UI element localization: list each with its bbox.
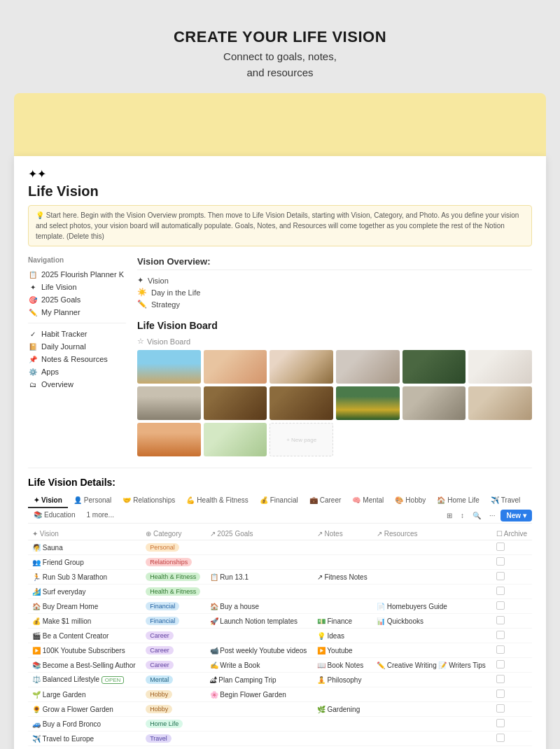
archive-cell[interactable]	[492, 614, 533, 629]
goals-cell[interactable]: 🏕 Plan Camping Trip	[206, 673, 313, 687]
tab-travel[interactable]: ✈️ Travel	[485, 493, 526, 508]
archive-cell[interactable]	[492, 570, 533, 584]
archive-cell[interactable]	[492, 702, 533, 717]
tab-personal[interactable]: 👤 Personal	[68, 493, 117, 508]
star-icon: ☆	[137, 337, 144, 346]
notes-cell[interactable]: ↗ Fitness Notes	[313, 570, 372, 584]
tab-mental[interactable]: 🧠 Mental	[346, 493, 389, 508]
archive-cell[interactable]	[492, 643, 533, 658]
category-cell[interactable]: Hobby	[141, 702, 205, 717]
vision-cell[interactable]: 💰 Make $1 million	[28, 614, 141, 629]
tab-financial[interactable]: 💰 Financial	[254, 493, 304, 508]
category-cell[interactable]: Relationships	[141, 555, 205, 570]
table-row: ▶️ 100K Youtube Subscribers Career 📹 Pos…	[28, 643, 532, 658]
tab-education[interactable]: 📚 Education	[28, 508, 80, 523]
sidebar-item-apps[interactable]: ⚙️ Apps	[28, 365, 126, 378]
filter-icon[interactable]: ⊞	[444, 510, 455, 521]
notes-cell[interactable]: ▶️ Youtube	[313, 643, 372, 658]
notes-cell[interactable]: 💵 Finance	[313, 614, 372, 629]
notes-cell[interactable]: 📖 Book Notes	[313, 658, 372, 673]
archive-cell[interactable]	[492, 732, 533, 746]
table-row: 🎬 Be a Content Creator Career 💡 Ideas	[28, 629, 532, 643]
vision-cell[interactable]: 📚 Become a Best-Selling Author	[28, 658, 141, 673]
archive-cell[interactable]	[492, 658, 533, 673]
more-options-icon[interactable]: ···	[486, 510, 498, 521]
overview-strategy[interactable]: ✏️ Strategy	[137, 298, 532, 310]
sidebar-item-habit[interactable]: ✓ Habit Tracker	[28, 328, 126, 340]
tab-hobby[interactable]: 🎨 Hobby	[389, 493, 431, 508]
vision-cell[interactable]: ✈️ Travel to Europe	[28, 732, 141, 746]
vision-cell[interactable]: 🌱 Large Garden	[28, 687, 141, 702]
goals-cell[interactable]: ✍️ Write a Book	[206, 658, 313, 673]
archive-cell[interactable]	[492, 584, 533, 599]
new-button[interactable]: New ▾	[500, 510, 532, 522]
sidebar-item-overview[interactable]: 🗂 Overview	[28, 378, 126, 391]
category-cell[interactable]: Travel	[141, 732, 205, 746]
goals-cell[interactable]: 🌸 Begin Flower Garden	[206, 687, 313, 702]
tab-health[interactable]: 💪 Health & Fitness	[181, 493, 253, 508]
goals-cell[interactable]: 🚀 Launch Notion templates	[206, 614, 313, 629]
category-cell[interactable]: Health & Fitness	[141, 570, 205, 584]
tab-homelife[interactable]: 🏠 Home Life	[431, 493, 485, 508]
vision-cell[interactable]: 🏄 Surf everyday	[28, 584, 141, 599]
resources-cell[interactable]: 📊 Quickbooks	[372, 614, 492, 629]
vision-cell[interactable]: ⚖️ Balanced Lifestyle OPEN	[28, 673, 141, 687]
sidebar-item-lifevision[interactable]: ✦ Life Vision	[28, 281, 126, 293]
vision-cell[interactable]: 🏠 Buy Dream Home	[28, 599, 141, 614]
category-cell[interactable]: Career	[141, 658, 205, 673]
sort-icon[interactable]: ↕	[458, 510, 467, 521]
vision-cell[interactable]: 🏃 Run Sub 3 Marathon	[28, 570, 141, 584]
overview-dayinlife[interactable]: ☀️ Day in the Life	[137, 286, 532, 298]
sidebar-item-journal[interactable]: 📔 Daily Journal	[28, 340, 126, 353]
archive-cell[interactable]	[492, 673, 533, 687]
goals-cell[interactable]: 🏠 Buy a house	[206, 599, 313, 614]
vision-cell[interactable]: 👥 Friend Group	[28, 555, 141, 570]
archive-cell[interactable]	[492, 629, 533, 643]
archive-cell[interactable]	[492, 555, 533, 570]
category-cell[interactable]: Health & Fitness	[141, 584, 205, 599]
notes-cell[interactable]: 🧘 Philosophy	[313, 673, 372, 687]
sidebar-item-planner2[interactable]: ✏️ My Planner	[28, 306, 126, 318]
notes-cell[interactable]: 🌿 Gardening	[313, 702, 372, 717]
category-cell[interactable]: Hobby	[141, 687, 205, 702]
resources-cell[interactable]: ✏️ Creative Writing 📝 Writers Tips	[372, 658, 492, 673]
tab-vision[interactable]: ✦ Vision	[28, 493, 68, 508]
resources-cell[interactable]: 📄 Homebuyers Guide	[372, 599, 492, 614]
resources-cell	[372, 584, 492, 599]
tab-career[interactable]: 💼 Career	[304, 493, 347, 508]
sidebar-item-goals[interactable]: 🎯 2025 Goals	[28, 293, 126, 306]
category-cell[interactable]: Career	[141, 629, 205, 643]
vision-cell[interactable]: 🎬 Be a Content Creator	[28, 629, 141, 643]
goals-cell[interactable]: 📹 Post weekly Youtube videos	[206, 643, 313, 658]
category-cell[interactable]: Personal	[141, 540, 205, 555]
goals-cell[interactable]: 📋 Run 13.1	[206, 570, 313, 584]
photo-new[interactable]: + New page	[270, 423, 333, 456]
archive-cell[interactable]	[492, 717, 533, 732]
add-row-button[interactable]: + New page	[28, 746, 532, 749]
tab-more[interactable]: 1 more...	[80, 508, 119, 523]
vision-cell[interactable]: 🚙 Buy a Ford Bronco	[28, 717, 141, 732]
search-icon[interactable]: 🔍	[470, 510, 484, 521]
vision-cell[interactable]: 🌻 Grow a Flower Garden	[28, 702, 141, 717]
vision-cell[interactable]: 🧖 Sauna	[28, 540, 141, 555]
photo-14	[204, 423, 267, 456]
sidebar-item-planner[interactable]: 📋 2025 Flourish Planner K	[28, 268, 126, 281]
tab-relationships-label: Relationships	[133, 496, 175, 504]
archive-cell[interactable]	[492, 540, 533, 555]
category-cell[interactable]: Financial	[141, 599, 205, 614]
archive-cell[interactable]	[492, 687, 533, 702]
vision-cell[interactable]: ▶️ 100K Youtube Subscribers	[28, 643, 141, 658]
category-cell[interactable]: Mental	[141, 673, 205, 687]
table-row: 🏄 Surf everyday Health & Fitness	[28, 584, 532, 599]
sidebar-item-notes[interactable]: 📌 Notes & Resources	[28, 353, 126, 365]
photo-1	[137, 350, 201, 384]
overview-vision[interactable]: ✦ Vision	[137, 274, 532, 286]
category-cell[interactable]: Home Life	[141, 717, 205, 732]
notes-cell[interactable]: 💡 Ideas	[313, 629, 372, 643]
category-cell[interactable]: Financial	[141, 614, 205, 629]
photo-grid-row1	[137, 350, 532, 384]
archive-cell[interactable]	[492, 599, 533, 614]
category-cell[interactable]: Career	[141, 643, 205, 658]
tab-relationships[interactable]: 🤝 Relationships	[117, 493, 181, 508]
goals-cell	[206, 629, 313, 643]
